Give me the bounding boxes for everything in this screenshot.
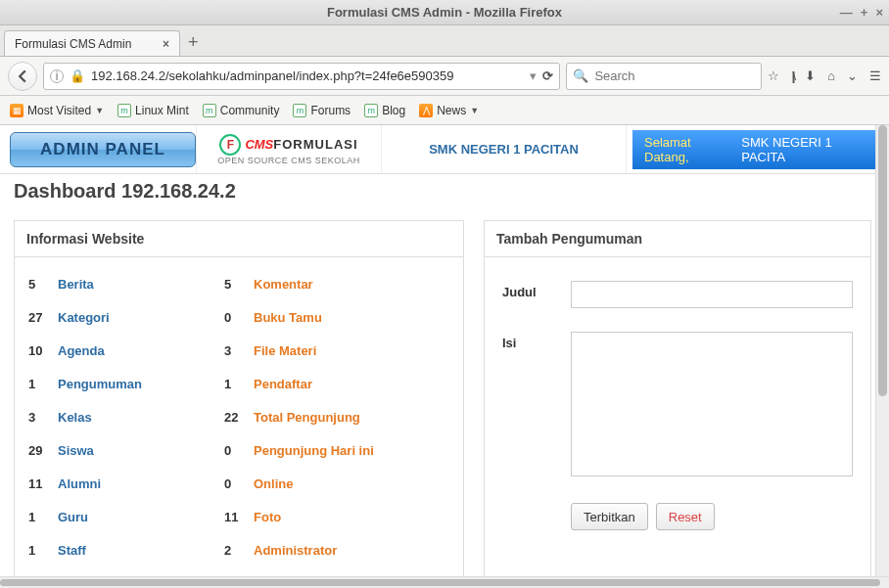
info-link-left[interactable]: Pengumuman (58, 377, 224, 391)
info-link-left[interactable]: Siswa (58, 443, 224, 458)
reload-icon[interactable]: ⟳ (542, 68, 553, 83)
maximize-icon[interactable]: + (861, 5, 868, 20)
downloads-icon[interactable]: ⬇ (805, 68, 816, 83)
bookmark-forums[interactable]: m Forums (293, 104, 351, 117)
info-link-left[interactable]: Staff (58, 543, 224, 558)
info-count: 11 (28, 476, 58, 491)
dashboard-title: Dashboard 192.168.24.2 (14, 180, 889, 203)
page-viewport: ADMIN PANEL F CMSFORMULASI OPEN SOURCE C… (0, 125, 889, 576)
textarea-isi[interactable] (571, 332, 853, 476)
info-link-right[interactable]: Total Pengunjung (254, 410, 360, 425)
folder-icon: ▦ (10, 104, 23, 117)
tab-close-icon[interactable]: × (163, 37, 169, 51)
library-icon[interactable]: |||\ (791, 68, 793, 83)
info-link-left[interactable]: Alumni (58, 476, 224, 491)
announcement-form: Judul Isi Terbitkan Reset (485, 257, 870, 567)
info-link-right[interactable]: Komentar (254, 277, 313, 292)
bookmark-linux-mint[interactable]: m Linux Mint (117, 104, 189, 117)
info-count: 29 (28, 443, 58, 458)
logo-form-text: FORMULASI (273, 137, 357, 152)
page-body: Dashboard 192.168.24.2 Informasi Website… (0, 174, 889, 576)
info-link-right[interactable]: Online (254, 476, 293, 491)
bookmark-news[interactable]: ⋀ News ▼ (419, 104, 479, 117)
url-bar[interactable]: i 🔒 ▾ ⟳ (43, 63, 560, 90)
new-tab-button[interactable]: + (188, 32, 199, 56)
bookmark-label: Forums (310, 104, 351, 117)
info-link-right[interactable]: Administrator (254, 543, 337, 558)
info-link-left[interactable]: Kategori (58, 310, 224, 325)
info-count: 1 (28, 543, 58, 558)
welcome-prefix: Selamat Datang, (644, 135, 737, 164)
pocket-icon[interactable]: ⌄ (847, 68, 858, 83)
info-link-right[interactable]: Buku Tamu (254, 310, 322, 325)
url-input[interactable] (91, 68, 524, 83)
vertical-scrollbar[interactable] (875, 125, 889, 576)
school-name[interactable]: SMK NEGERI 1 PACITAN (382, 125, 627, 173)
bookmark-star-icon[interactable]: ☆ (768, 68, 779, 83)
browser-tab[interactable]: Formulasi CMS Admin × (4, 30, 180, 56)
info-count: 10 (28, 343, 58, 358)
window-title: Formulasi CMS Admin - Mozilla Firefox (327, 5, 562, 20)
panels-row: Informasi Website 5Berita5Komentar27Kate… (14, 220, 889, 576)
info-count: 3 (28, 410, 58, 425)
info-count: 1 (224, 377, 254, 391)
site-info-icon[interactable]: i (50, 69, 64, 83)
form-row-actions: Terbitkan Reset (502, 503, 853, 530)
form-row-judul: Judul (502, 281, 853, 308)
mint-icon: m (117, 104, 131, 117)
bookmark-label: Linux Mint (135, 104, 189, 117)
info-row: 1Staff2Administrator (28, 533, 449, 566)
info-row: 1Guru11Foto (28, 500, 449, 533)
info-row: 3Kelas22Total Pengunjung (28, 400, 449, 433)
bookmark-community[interactable]: m Community (203, 104, 280, 117)
mint-icon: m (293, 104, 306, 117)
info-count: 5 (224, 277, 254, 292)
info-count: 1 (28, 377, 58, 391)
bookmark-most-visited[interactable]: ▦ Most Visited ▼ (10, 104, 104, 117)
info-table: 5Berita5Komentar27Kategori0Buku Tamu10Ag… (15, 257, 463, 576)
search-input[interactable] (594, 68, 759, 83)
close-icon[interactable]: × (875, 5, 883, 20)
info-link-left[interactable]: Berita (58, 277, 224, 292)
info-count: 2 (224, 543, 254, 558)
panel-info-website: Informasi Website 5Berita5Komentar27Kate… (14, 220, 464, 576)
info-link-right[interactable]: File Materi (254, 343, 316, 358)
window-titlebar: Formulasi CMS Admin - Mozilla Firefox — … (0, 0, 889, 25)
minimize-icon[interactable]: — (840, 5, 853, 20)
admin-panel-button[interactable]: ADMIN PANEL (10, 132, 196, 167)
scroll-thumb[interactable] (0, 579, 880, 586)
school-name-label: SMK NEGERI 1 PACITAN (429, 142, 579, 157)
menu-icon[interactable]: ☰ (869, 68, 881, 83)
back-button[interactable] (8, 62, 37, 91)
search-bar[interactable]: 🔍 (566, 63, 762, 90)
toolbar-icons: ☆ |||\ ⬇ ⌂ ⌄ ☰ (768, 68, 881, 83)
url-dropdown-icon[interactable]: ▾ (530, 68, 537, 83)
horizontal-scrollbar[interactable] (0, 576, 889, 588)
info-row: 5Berita5Komentar (28, 267, 449, 300)
info-link-right[interactable]: Pengunjung Hari ini (254, 443, 374, 458)
info-link-right[interactable]: Pendaftar (254, 377, 312, 391)
info-row: 10Agenda3File Materi (28, 334, 449, 367)
info-count: 3 (224, 343, 254, 358)
info-link-left[interactable]: Kelas (58, 410, 224, 425)
admin-panel-label: ADMIN PANEL (40, 140, 165, 159)
info-count: 5 (28, 277, 58, 292)
logo-cell: F CMSFORMULASI OPEN SOURCE CMS SEKOLAH (196, 125, 382, 173)
input-judul[interactable] (571, 281, 853, 308)
reset-button[interactable]: Reset (656, 503, 715, 530)
info-link-right[interactable]: Foto (254, 510, 281, 524)
chevron-down-icon: ▼ (95, 106, 104, 115)
label-isi: Isi (502, 332, 571, 479)
form-row-isi: Isi (502, 332, 853, 479)
info-link-left[interactable]: Guru (58, 510, 224, 524)
mint-icon: m (364, 104, 378, 117)
home-icon[interactable]: ⌂ (827, 68, 835, 83)
info-row: 29Siswa0Pengunjung Hari ini (28, 433, 449, 467)
info-count: 1 (28, 510, 58, 524)
scroll-thumb[interactable] (878, 125, 887, 396)
welcome-banner: Selamat Datang, SMK NEGERI 1 PACITA (632, 130, 889, 169)
bookmark-blog[interactable]: m Blog (364, 104, 405, 117)
info-link-left[interactable]: Agenda (58, 343, 224, 358)
publish-button[interactable]: Terbitkan (571, 503, 648, 530)
welcome-user: SMK NEGERI 1 PACITA (741, 135, 877, 164)
